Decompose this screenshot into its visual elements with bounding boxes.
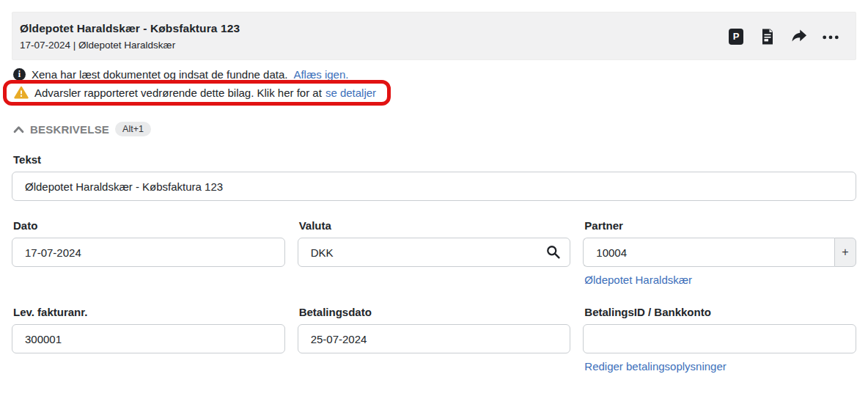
field-partner: Partner + Øldepotet Haraldskær xyxy=(583,219,856,287)
page-subtitle: 17-07-2024 | Øldepotet Haraldskær xyxy=(20,40,240,51)
section-title[interactable]: BESKRIVELSE xyxy=(30,123,109,136)
partner-input[interactable] xyxy=(583,238,834,267)
tekst-input[interactable] xyxy=(12,172,856,201)
betalings-id-label: BetalingsID / Bankkonto xyxy=(584,306,856,318)
dato-label: Dato xyxy=(13,219,285,232)
document-icon[interactable] xyxy=(759,28,776,45)
form-row-3: Lev. fakturanr. Betalingsdato BetalingsI… xyxy=(12,306,856,373)
document-header: Øldepotet Haraldskær - Købsfaktura 123 1… xyxy=(12,12,856,60)
warning-annotation-box: Advarsler rapporteret vedrørende dette b… xyxy=(3,80,391,106)
search-icon[interactable] xyxy=(545,244,561,260)
parking-p-icon[interactable]: P xyxy=(727,28,745,45)
valuta-input[interactable] xyxy=(298,238,571,267)
edit-payment-info-link[interactable]: Rediger betalingsoplysninger xyxy=(584,360,726,373)
chevron-up-icon[interactable] xyxy=(13,125,24,133)
see-details-link[interactable]: se detaljer xyxy=(326,87,376,99)
invoice-page: Øldepotet Haraldskær - Købsfaktura 123 1… xyxy=(0,0,868,373)
dato-input[interactable] xyxy=(12,238,285,267)
lev-fakturanr-label: Lev. fakturanr. xyxy=(13,306,285,318)
section-header-beskrivelse: BESKRIVELSE Alt+1 xyxy=(13,122,856,136)
field-betalings-id: BetalingsID / Bankkonto Rediger betaling… xyxy=(583,306,856,373)
more-options-icon[interactable] xyxy=(822,28,839,45)
field-tekst: Tekst xyxy=(12,153,856,201)
info-message-text: Xena har læst dokumentet og indsat de fu… xyxy=(32,68,287,81)
page-title: Øldepotet Haraldskær - Købsfaktura 123 xyxy=(20,22,240,35)
add-partner-button[interactable]: + xyxy=(834,238,856,267)
tekst-label: Tekst xyxy=(13,153,856,166)
reread-link[interactable]: Aflæs igen. xyxy=(293,68,348,81)
valuta-label: Valuta xyxy=(299,219,571,232)
field-betalingsdato: Betalingsdato xyxy=(298,306,571,373)
field-lev-fakturanr: Lev. fakturanr. xyxy=(12,306,285,373)
shortcut-badge: Alt+1 xyxy=(115,122,151,136)
field-dato: Dato xyxy=(12,219,285,287)
share-icon[interactable] xyxy=(790,28,808,45)
betalingsdato-label: Betalingsdato xyxy=(299,306,571,318)
header-toolbar: P xyxy=(727,28,839,45)
partner-link[interactable]: Øldepotet Haraldskær xyxy=(584,274,692,286)
betalings-id-input[interactable] xyxy=(583,324,856,353)
form-row-2: Dato Valuta Partner + Øldepotet Haraldsk… xyxy=(12,219,856,287)
info-icon: i xyxy=(13,68,26,81)
lev-fakturanr-input[interactable] xyxy=(12,324,285,353)
document-header-text: Øldepotet Haraldskær - Købsfaktura 123 1… xyxy=(20,22,240,51)
betalingsdato-input[interactable] xyxy=(298,324,571,353)
warning-icon xyxy=(14,86,29,99)
field-valuta: Valuta xyxy=(298,219,571,287)
partner-label: Partner xyxy=(584,219,856,232)
warning-message-text: Advarsler rapporteret vedrørende dette b… xyxy=(34,87,322,99)
